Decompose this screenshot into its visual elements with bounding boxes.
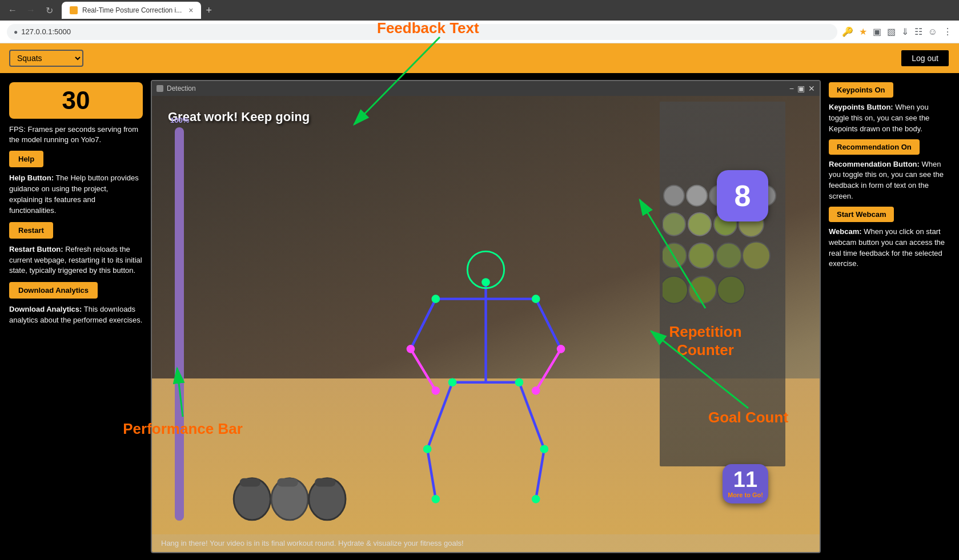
address-bar[interactable]: ● 127.0.0.1:5000 bbox=[7, 24, 837, 40]
rep-counter-badge: 8 bbox=[717, 170, 768, 221]
rep-counter-value: 8 bbox=[735, 179, 751, 213]
bottom-message: Hang in there! Your video is in its fina… bbox=[152, 534, 820, 552]
restart-description: Restart Button: Refresh reloads the curr… bbox=[9, 244, 143, 277]
right-panel: Keypoints On Keypoints Button: When you … bbox=[826, 80, 952, 553]
titlebar-icon bbox=[157, 85, 163, 92]
forward-btn[interactable]: → bbox=[23, 2, 39, 18]
help-description: Help Button: The Help button provides gu… bbox=[9, 173, 143, 216]
performance-bar-fill bbox=[175, 127, 184, 521]
webcam-description: Webcam: When you click on start webcam b… bbox=[829, 227, 950, 269]
keypoints-desc-bold: Keypoints Button: bbox=[829, 103, 893, 111]
download-browser-icon[interactable]: ⇓ bbox=[901, 26, 909, 37]
svg-rect-44 bbox=[239, 478, 260, 487]
close-window-icon[interactable]: ✕ bbox=[808, 84, 815, 93]
download-analytics-button[interactable]: Download Analytics bbox=[9, 282, 98, 299]
url-text: 127.0.0.1:5000 bbox=[21, 27, 71, 36]
profile-icon[interactable]: ☺ bbox=[928, 27, 937, 37]
svg-point-28 bbox=[481, 278, 490, 287]
svg-point-30 bbox=[532, 295, 540, 303]
address-bar-row: ● 127.0.0.1:5000 🔑 ★ ▣ ▧ ⇓ ☷ ☺ ⋮ bbox=[0, 21, 959, 43]
fps-value: 30 bbox=[18, 88, 134, 113]
svg-line-25 bbox=[519, 382, 544, 449]
menu-icon[interactable]: ⋮ bbox=[943, 26, 952, 37]
goal-count-number: 11 bbox=[733, 469, 757, 490]
recommendation-description: Recommendation Button: When you toggle t… bbox=[829, 159, 950, 202]
svg-rect-46 bbox=[315, 478, 336, 487]
tab-close-icon[interactable]: × bbox=[188, 6, 193, 15]
minimize-icon[interactable]: − bbox=[789, 84, 794, 93]
svg-point-35 bbox=[448, 378, 457, 386]
svg-line-26 bbox=[536, 449, 544, 499]
detection-window: Detection − ▣ ✕ bbox=[151, 80, 821, 553]
svg-point-33 bbox=[432, 386, 440, 395]
performance-percent: 100% bbox=[170, 116, 189, 124]
download-desc-bold: Download Analytics: bbox=[9, 305, 82, 313]
fps-description: FPS: Frames per seconds serving from the… bbox=[9, 124, 143, 145]
key-icon[interactable]: 🔑 bbox=[842, 26, 853, 37]
svg-line-19 bbox=[411, 349, 436, 390]
keypoints-description: Keypoints Button: When you toggle this o… bbox=[829, 102, 950, 135]
svg-line-24 bbox=[427, 449, 436, 499]
bottom-message-text: Hang in there! Your video is in its fina… bbox=[161, 539, 464, 547]
skeleton-svg bbox=[152, 96, 820, 552]
top-nav: Squats Push-ups Lunges Plank Log out bbox=[0, 43, 959, 73]
extensions-icon[interactable]: ▧ bbox=[887, 26, 896, 37]
help-button[interactable]: Help bbox=[9, 151, 43, 167]
video-area: Great work! Keep going 100% bbox=[152, 96, 820, 552]
svg-point-34 bbox=[532, 386, 540, 395]
webcam-button[interactable]: Start Webcam bbox=[829, 207, 894, 222]
svg-line-21 bbox=[536, 349, 561, 390]
performance-bar-container: 100% bbox=[175, 127, 184, 521]
svg-point-36 bbox=[515, 378, 524, 386]
fps-counter-box: 30 bbox=[9, 82, 143, 119]
svg-point-29 bbox=[432, 295, 440, 303]
keypoints-button[interactable]: Keypoints On bbox=[829, 82, 893, 98]
goal-count-badge: 11 More to Go! bbox=[723, 464, 768, 503]
browser-tab-bar: ← → ↻ Real-Time Posture Correction i... … bbox=[0, 0, 959, 21]
new-tab-btn[interactable]: + bbox=[206, 5, 212, 17]
tab-favicon bbox=[70, 6, 78, 14]
browser-actions: 🔑 ★ ▣ ▧ ⇓ ☷ ☺ ⋮ bbox=[842, 26, 952, 37]
left-panel: 30 FPS: Frames per seconds serving from … bbox=[7, 80, 145, 553]
svg-point-38 bbox=[540, 445, 548, 453]
screen-icon[interactable]: ▣ bbox=[873, 26, 881, 37]
svg-point-37 bbox=[423, 445, 432, 453]
svg-line-18 bbox=[411, 299, 436, 349]
sidebar-browser-icon[interactable]: ☷ bbox=[914, 26, 922, 37]
goal-count-label: More to Go! bbox=[728, 491, 763, 499]
back-btn[interactable]: ← bbox=[5, 2, 21, 18]
center-panel: Detection − ▣ ✕ bbox=[151, 80, 821, 553]
reload-btn[interactable]: ↻ bbox=[41, 2, 57, 18]
exercise-select[interactable]: Squats Push-ups Lunges Plank bbox=[9, 50, 83, 67]
recommendation-desc-bold: Recommendation Button: bbox=[829, 160, 920, 168]
webcam-desc-bold: Webcam: bbox=[829, 227, 862, 236]
browser-tab[interactable]: Real-Time Posture Correction i... × bbox=[62, 2, 201, 19]
star-icon[interactable]: ★ bbox=[859, 26, 867, 37]
recommendation-button[interactable]: Recommendation On bbox=[829, 139, 920, 155]
svg-point-31 bbox=[407, 345, 415, 353]
download-description: Download Analytics: This downloads analy… bbox=[9, 304, 143, 326]
main-content: 30 FPS: Frames per seconds serving from … bbox=[0, 73, 959, 560]
svg-point-40 bbox=[532, 495, 540, 503]
svg-line-23 bbox=[427, 382, 452, 449]
svg-point-32 bbox=[557, 345, 565, 353]
logout-button[interactable]: Log out bbox=[900, 49, 950, 67]
svg-rect-45 bbox=[277, 478, 298, 487]
restart-button[interactable]: Restart bbox=[9, 222, 53, 239]
restart-desc-bold: Restart Button: bbox=[9, 245, 63, 253]
tab-title: Real-Time Posture Correction i... bbox=[82, 6, 182, 14]
detection-title: Detection bbox=[167, 84, 786, 92]
maximize-icon[interactable]: ▣ bbox=[797, 84, 805, 93]
help-desc-bold: Help Button: bbox=[9, 174, 54, 182]
detection-titlebar: Detection − ▣ ✕ bbox=[152, 81, 820, 96]
svg-line-20 bbox=[536, 299, 561, 349]
lock-icon: ● bbox=[14, 28, 18, 36]
svg-point-39 bbox=[432, 495, 440, 503]
